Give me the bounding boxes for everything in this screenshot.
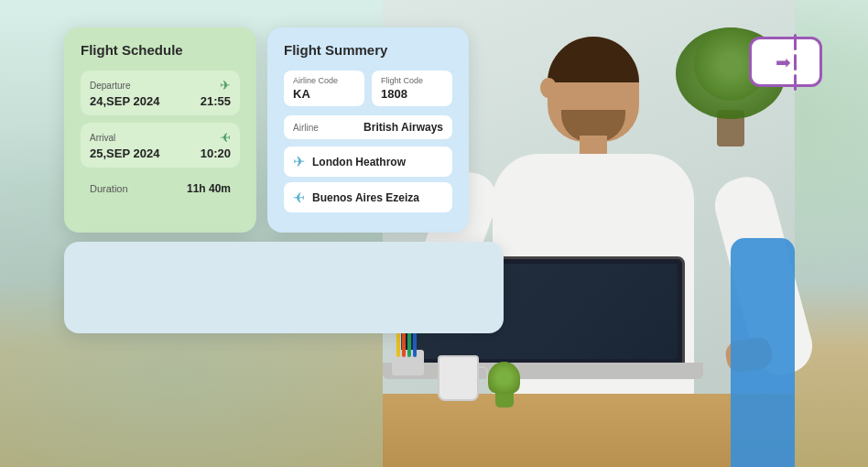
- ticket-lines-icon: [794, 34, 797, 91]
- arrival-label: Arrival ✈: [90, 130, 231, 145]
- ticket-arrow-icon: ➡: [776, 51, 791, 73]
- arrival-time: 10:20: [201, 147, 231, 160]
- airline-row: Airline British Airways: [284, 115, 452, 139]
- flight-schedule-title: Flight Schedule: [81, 42, 240, 58]
- destination-plane-icon: ✈: [293, 189, 305, 206]
- ticket-line-2: [794, 54, 797, 71]
- destination-row: ✈ Buenos Aires Ezeiza: [284, 182, 452, 212]
- flight-summary-card: Flight Summery Airline Code KA Flight Co…: [267, 27, 469, 233]
- ticket-icon: ➡: [776, 34, 797, 91]
- arrival-value: 25,SEP 2024 10:20: [90, 147, 231, 160]
- airline-label: Airline: [293, 123, 319, 133]
- ticket-line-1: [794, 34, 797, 50]
- duration-row: Duration 11h 40m: [81, 175, 240, 202]
- departure-date: 24,SEP 2024: [90, 94, 159, 108]
- flight-summary-title: Flight Summery: [284, 42, 452, 58]
- ui-overlay: Flight Schedule Departure ✈ 24,SEP 2024 …: [64, 27, 504, 333]
- origin-row: ✈ London Heathrow: [284, 147, 452, 177]
- airline-code-value: KA: [293, 87, 355, 101]
- arrival-plane-icon: ✈: [220, 130, 231, 145]
- flight-code-label: Flight Code: [381, 76, 443, 85]
- departure-value: 24,SEP 2024 21:55: [90, 94, 231, 108]
- airline-code-label: Airline Code: [293, 76, 355, 85]
- duration-value: 11h 40m: [187, 182, 231, 195]
- arrival-date: 25,SEP 2024: [90, 147, 159, 160]
- airline-code-box: Airline Code KA: [284, 71, 364, 106]
- flight-code-box: Flight Code 1808: [372, 71, 452, 106]
- departure-label: Departure ✈: [90, 78, 231, 92]
- destination-city: Buenos Aires Ezeiza: [312, 191, 419, 204]
- origin-plane-icon: ✈: [293, 153, 305, 170]
- arrival-row: Arrival ✈ 25,SEP 2024 10:20: [81, 123, 240, 168]
- ticket-line-3: [794, 74, 797, 91]
- ticket-icon-container: ➡: [749, 37, 822, 87]
- flight-schedule-card: Flight Schedule Departure ✈ 24,SEP 2024 …: [64, 27, 256, 233]
- bottom-card: [64, 242, 504, 333]
- departure-time: 21:55: [201, 94, 231, 108]
- origin-city: London Heathrow: [312, 156, 406, 168]
- duration-label: Duration: [90, 183, 128, 194]
- departure-row: Departure ✈ 24,SEP 2024 21:55: [81, 71, 240, 115]
- flight-code-value: 1808: [381, 87, 443, 101]
- departure-plane-icon: ✈: [220, 78, 231, 92]
- airline-name: British Airways: [363, 121, 443, 134]
- codes-row: Airline Code KA Flight Code 1808: [284, 71, 452, 106]
